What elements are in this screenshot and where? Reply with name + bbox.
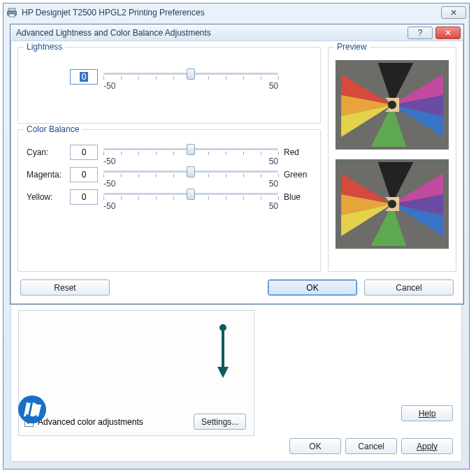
preview-legend: Preview: [334, 42, 370, 52]
red-label: Red: [284, 147, 312, 157]
close-icon: ✕: [445, 28, 452, 38]
inner-ok-button[interactable]: OK: [268, 279, 357, 296]
magenta-value: 0: [82, 170, 87, 180]
lightness-group: Lightness 0 -50 50: [17, 47, 321, 124]
lightness-slider[interactable]: -50 50: [103, 67, 278, 87]
help-button-label: Help: [419, 409, 436, 419]
preview-group: Preview: [328, 47, 456, 272]
outer-apply-label: Apply: [417, 442, 438, 451]
green-label: Green: [284, 170, 312, 180]
magenta-green-slider[interactable]: -5050: [103, 165, 278, 184]
advanced-adjustments-dialog: Advanced Lightness and Color Balance Adj…: [10, 24, 464, 305]
inner-ok-label: OK: [306, 283, 318, 293]
hp-logo: [17, 394, 48, 427]
settings-button-label: Settings...: [201, 417, 238, 427]
outer-content-panel: ✓ Advanced color adjustments Settings...…: [10, 304, 462, 462]
inner-dialog-buttons: Reset OK Cancel: [20, 279, 454, 296]
printer-icon: [6, 7, 17, 18]
arrow-annotation: [213, 323, 234, 381]
magenta-value-input[interactable]: 0: [70, 167, 98, 182]
blue-label: Blue: [284, 192, 312, 202]
inner-help-button[interactable]: ?: [408, 27, 433, 39]
svg-point-3: [14, 12, 15, 13]
yellow-value: 0: [82, 192, 87, 202]
cyan-value-input[interactable]: 0: [70, 145, 98, 160]
outer-cancel-button[interactable]: Cancel: [345, 438, 397, 454]
color-balance-legend: Color Balance: [24, 124, 82, 134]
svg-point-19: [388, 101, 396, 109]
cyan-value: 0: [82, 147, 87, 157]
cyan-label: Cyan:: [27, 147, 64, 157]
outer-cancel-label: Cancel: [358, 442, 384, 451]
svg-point-30: [388, 200, 396, 208]
svg-rect-2: [9, 14, 15, 17]
yellow-blue-slider[interactable]: -5050: [103, 187, 278, 207]
inner-titlebar: Advanced Lightness and Color Balance Adj…: [10, 24, 463, 41]
preview-image-adjusted: [336, 159, 449, 249]
reset-label: Reset: [54, 283, 75, 293]
yellow-min: -50: [103, 201, 115, 211]
preview-image-original: [336, 60, 449, 150]
svg-marker-6: [217, 367, 229, 378]
inner-cancel-label: Cancel: [396, 283, 421, 293]
inner-close-button[interactable]: ✕: [435, 27, 461, 39]
svg-rect-0: [8, 8, 15, 11]
lightness-legend: Lightness: [24, 42, 65, 52]
settings-button[interactable]: Settings...: [194, 414, 246, 430]
outer-dialog-buttons: OK Cancel Apply: [289, 438, 453, 454]
outer-ok-label: OK: [309, 442, 321, 451]
inner-cancel-button[interactable]: Cancel: [364, 279, 454, 296]
inner-dialog-title: Advanced Lightness and Color Balance Adj…: [16, 28, 211, 38]
outer-ok-button[interactable]: OK: [289, 438, 341, 454]
svg-point-4: [219, 324, 226, 331]
lightness-min-label: -50: [103, 81, 115, 91]
outer-window-title: HP Designjet T2500 HPGL2 Printing Prefer…: [22, 8, 438, 17]
magenta-label: Magenta:: [27, 170, 64, 180]
advanced-adjustments-panel: ✓ Advanced color adjustments Settings...: [18, 310, 254, 436]
outer-close-button[interactable]: ✕: [441, 6, 466, 19]
outer-titlebar: HP Designjet T2500 HPGL2 Printing Prefer…: [3, 3, 469, 22]
close-icon: ✕: [450, 8, 457, 17]
lightness-max-label: 50: [269, 81, 278, 91]
yellow-label: Yellow:: [27, 192, 64, 202]
lightness-value-input[interactable]: 0: [70, 69, 98, 85]
lightness-value: 0: [80, 72, 89, 82]
color-balance-group: Color Balance Cyan: 0 -5050 Red Magenta:: [17, 129, 321, 272]
yellow-value-input[interactable]: 0: [70, 189, 98, 205]
help-icon: ?: [418, 28, 423, 38]
advanced-color-adjustments-label: Advanced color adjustments: [38, 417, 143, 427]
reset-button[interactable]: Reset: [20, 279, 110, 296]
cyan-red-slider[interactable]: -5050: [103, 143, 278, 162]
yellow-max: 50: [269, 201, 278, 211]
outer-apply-button[interactable]: Apply: [401, 438, 453, 454]
help-button[interactable]: Help: [401, 405, 453, 421]
